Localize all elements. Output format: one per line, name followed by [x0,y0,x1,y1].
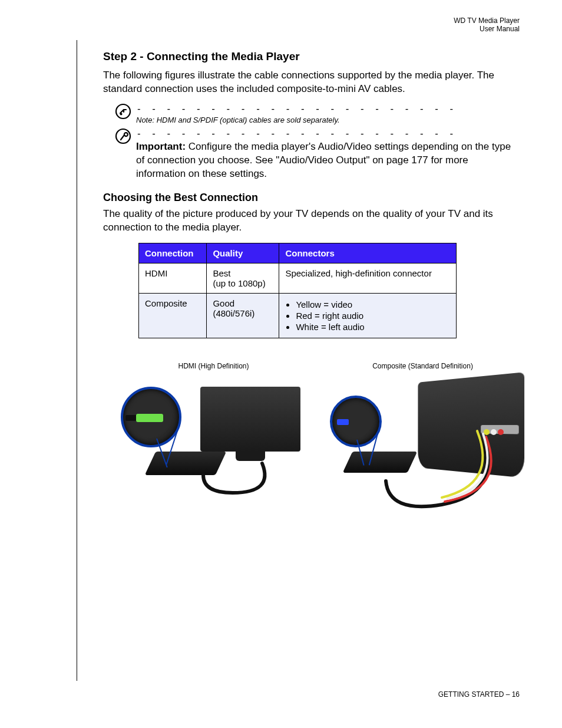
connection-table: Connection Quality Connectors HDMI Best … [138,243,457,338]
figure-hdmi: HDMI (High Definition) [121,362,306,510]
table-row: Composite Good (480i/576i) Yellow = vide… [139,293,457,338]
figure-composite-image [330,375,515,510]
footer-sep: – [504,690,511,699]
important-label: Important: [136,141,186,152]
list-item: White = left audio [296,322,450,332]
svg-point-1 [120,113,123,115]
page-content: Step 2 - Connecting the Media Player The… [103,50,515,510]
footer-page: 16 [512,690,520,699]
cell-quality: Best (up to 1080p) [207,263,279,293]
footer-section: GETTING STARTED [438,690,504,699]
cell-connectors: Specialized, high-definition connector [279,263,457,293]
list-item: Yellow = video [296,299,450,309]
choosing-intro: The quality of the picture produced by y… [103,207,515,235]
doc-header: WD TV Media Player User Manual [454,17,520,34]
th-connectors: Connectors [279,243,457,263]
note-icon [115,103,131,120]
note-body: : HDMI and S/PDIF (optical) cables are s… [152,116,339,124]
vertical-rule [77,40,77,681]
figures-row: HDMI (High Definition) Composite (Standa… [121,362,515,510]
note-label: Note [136,116,152,124]
choosing-title: Choosing the Best Connection [103,192,515,204]
step-title: Step 2 - Connecting the Media Player [103,50,515,63]
th-quality: Quality [207,243,279,263]
important-callout: - - - - - - - - - - - - - - - - - - - - … [115,128,515,181]
cell-connection: Composite [139,293,207,338]
important-body: Configure the media player's Audio/Video… [136,141,511,179]
figure-composite-caption: Composite (Standard Definition) [330,362,515,370]
cell-quality: Good (480i/576i) [207,293,279,338]
figure-composite: Composite (Standard Definition) [330,362,515,510]
cell-connection: HDMI [139,263,207,293]
step-intro: The following figures illustrate the cab… [103,69,515,96]
doc-header-line1: WD TV Media Player [454,17,520,25]
page-footer: GETTING STARTED – 16 [438,690,520,699]
dash-divider: - - - - - - - - - - - - - - - - - - - - … [136,104,515,114]
table-row: HDMI Best (up to 1080p) Specialized, hig… [139,263,457,293]
note-text: Note: HDMI and S/PDIF (optical) cables a… [136,116,515,124]
figure-hdmi-caption: HDMI (High Definition) [121,362,306,370]
cell-connectors: Yellow = video Red = right audio White =… [279,293,457,338]
doc-header-line2: User Manual [454,25,520,33]
th-connection: Connection [139,243,207,263]
dash-divider: - - - - - - - - - - - - - - - - - - - - … [136,129,515,139]
note-callout: - - - - - - - - - - - - - - - - - - - - … [115,103,515,124]
list-item: Red = right audio [296,311,450,321]
important-icon [115,128,131,144]
important-text: Important: Configure the media player's … [136,140,515,181]
figure-hdmi-image [121,375,306,510]
